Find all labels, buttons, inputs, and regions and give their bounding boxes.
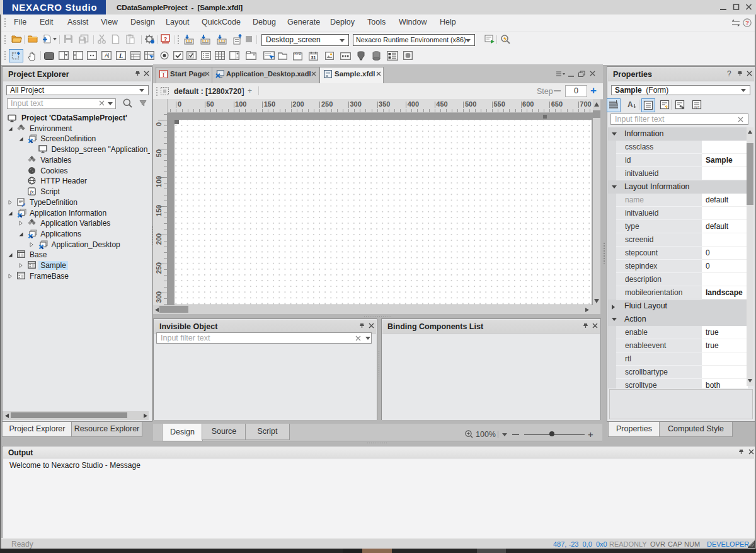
svg-text:XYZ: XYZ [294,52,301,55]
svg-text:INIT: INIT [694,106,700,109]
svg-text:L: L [118,52,123,59]
svg-text:?: ? [745,20,749,26]
svg-text:A: A [627,100,633,109]
svg-text:31: 31 [311,55,316,60]
svg-text:!: ! [163,72,164,78]
svg-text:fx: fx [30,189,34,195]
svg-text:A: A [105,52,108,59]
svg-text:?: ? [164,36,168,42]
